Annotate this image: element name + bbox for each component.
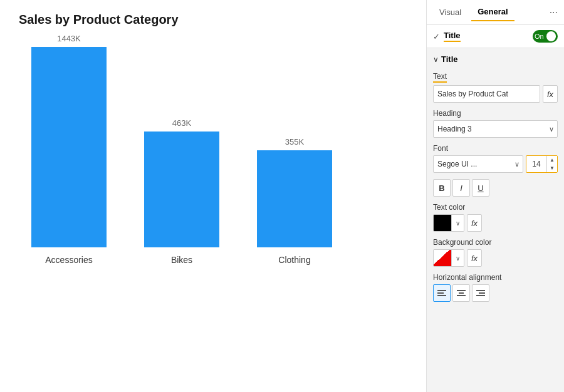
tab-general[interactable]: General — [471, 3, 514, 21]
bar-value-clothing: 355K — [285, 137, 304, 147]
align-left-icon — [437, 290, 446, 296]
bar-chart: 1443K Accessories 463K Bikes 355K Clothi… — [31, 46, 407, 284]
font-field-label: Font — [433, 144, 558, 153]
bold-button[interactable]: B — [433, 179, 451, 197]
align-right-button[interactable] — [472, 284, 489, 302]
text-input[interactable] — [433, 85, 540, 103]
bar-clothing — [257, 150, 332, 247]
align-left-button[interactable] — [433, 284, 451, 302]
font-size-up-button[interactable]: ▲ — [547, 156, 557, 164]
align-label: Horizontal alignment — [433, 273, 558, 282]
font-field-group: Font Segoe UI ... Arial Times New Roman … — [433, 144, 558, 173]
chart-title: Sales by Product Category — [19, 13, 407, 27]
bg-color-label: Background color — [433, 238, 558, 247]
tab-more-button[interactable]: ··· — [550, 7, 558, 18]
title-toggle-switch[interactable]: On — [533, 30, 558, 43]
text-color-dropdown-button[interactable]: ∨ — [451, 215, 464, 231]
text-color-label: Text color — [433, 203, 558, 212]
bar-value-bikes: 463K — [172, 118, 191, 128]
text-input-row: fx — [433, 85, 558, 103]
title-section-chevron[interactable]: ∨ — [433, 55, 439, 64]
align-right-icon — [476, 290, 485, 296]
title-toggle-label[interactable]: Title — [444, 31, 461, 42]
panel-content: ∨ Title Text fx Heading Heading 3 Headin… — [427, 48, 564, 314]
bar-label-accessories: Accessories — [45, 255, 92, 265]
text-fx-button[interactable]: fx — [543, 85, 558, 103]
text-color-fx-button[interactable]: fx — [467, 214, 482, 232]
text-color-group: Text color ∨ fx — [433, 203, 558, 232]
text-color-row: ∨ fx — [433, 214, 558, 232]
bar-value-accessories: 1443K — [57, 34, 81, 43]
font-select[interactable]: Segoe UI ... Arial Times New Roman — [433, 155, 523, 173]
tab-bar: Visual General ··· — [427, 0, 564, 25]
bg-color-group: Background color ∨ fx — [433, 238, 558, 267]
bar-label-bikes: Bikes — [171, 255, 192, 265]
bar-group-bikes: 463K Bikes — [144, 118, 219, 265]
font-row: Segoe UI ... Arial Times New Roman ▲ ▼ — [433, 155, 558, 173]
text-color-swatch[interactable] — [434, 215, 451, 231]
heading-select[interactable]: Heading 3 Heading 1 Heading 2 Heading 4 — [433, 120, 558, 138]
heading-field-label: Heading — [433, 109, 558, 118]
bar-group-clothing: 355K Clothing — [257, 137, 332, 265]
font-select-wrapper: Segoe UI ... Arial Times New Roman — [433, 155, 523, 173]
font-size-input[interactable] — [526, 160, 546, 168]
bg-color-row: ∨ fx — [433, 249, 558, 267]
font-size-down-button[interactable]: ▼ — [547, 164, 557, 172]
text-field-label: Text — [433, 72, 447, 83]
bar-label-clothing: Clothing — [278, 255, 310, 265]
toggle-knob — [546, 31, 556, 41]
right-panel: Visual General ··· ✓ Title On ∨ Title Te… — [426, 0, 564, 392]
heading-select-wrapper: Heading 3 Heading 1 Heading 2 Heading 4 — [433, 120, 558, 138]
text-field-group: Text fx — [433, 70, 558, 103]
size-input-wrapper: ▲ ▼ — [526, 155, 558, 173]
font-size-spinners: ▲ ▼ — [546, 156, 557, 172]
format-buttons: B I U — [433, 179, 558, 197]
align-center-button[interactable] — [452, 284, 470, 302]
text-color-swatch-wrapper: ∨ — [433, 214, 464, 232]
title-checkmark: ✓ — [433, 32, 440, 41]
bar-group-accessories: 1443K Accessories — [31, 34, 107, 265]
bar-accessories — [31, 47, 107, 247]
align-center-icon — [457, 290, 466, 296]
bg-color-swatch-wrapper: ∨ — [433, 249, 464, 267]
align-buttons — [433, 284, 558, 302]
toggle-on-label: On — [535, 33, 544, 40]
bar-bikes — [144, 132, 219, 247]
title-toggle-row: ✓ Title On — [427, 25, 564, 48]
chart-area: Sales by Product Category 1443K Accessor… — [0, 0, 426, 392]
title-section-header: ∨ Title — [433, 54, 558, 64]
bg-color-fx-button[interactable]: fx — [467, 249, 482, 267]
title-section-label: Title — [441, 54, 458, 64]
bg-color-dropdown-button[interactable]: ∨ — [451, 250, 464, 266]
italic-button[interactable]: I — [452, 179, 470, 197]
align-group: Horizontal alignment — [433, 273, 558, 302]
bg-color-swatch[interactable] — [434, 250, 451, 266]
tab-visual[interactable]: Visual — [433, 4, 467, 21]
underline-button[interactable]: U — [472, 179, 489, 197]
heading-field-group: Heading Heading 3 Heading 1 Heading 2 He… — [433, 109, 558, 138]
